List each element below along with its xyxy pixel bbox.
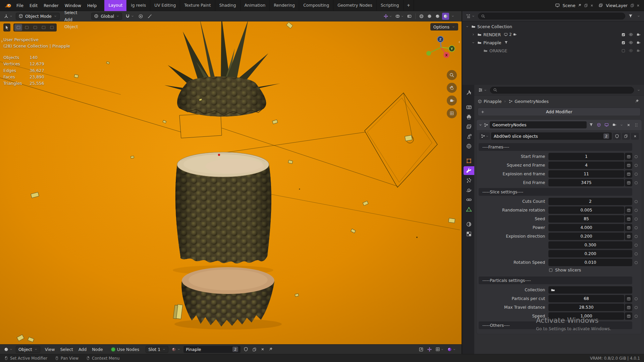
shader-editor-type-button[interactable] <box>3 346 14 353</box>
snap-toggle[interactable] <box>124 13 135 20</box>
workspace-tab-uv-editing[interactable]: UV Editing <box>150 0 180 11</box>
animate-decorator[interactable] <box>632 179 640 186</box>
add-modifier-button[interactable]: Add Modifier <box>478 108 641 116</box>
node-grid-button[interactable] <box>434 346 445 353</box>
transform-orientation-dropdown[interactable]: Global <box>91 13 122 20</box>
workspace-tab-compositing[interactable]: Compositing <box>299 0 333 11</box>
modifier-name-field[interactable]: GeometryNodes <box>490 121 587 128</box>
viewlayer-selector[interactable]: ViewLayer <box>598 3 640 8</box>
shader-type-dropdown[interactable]: Object <box>16 346 40 353</box>
hide-viewport-icon[interactable] <box>629 48 633 53</box>
workspace-tab-rendering[interactable]: Rendering <box>270 0 299 11</box>
field-particals-per-cut[interactable]: 68 <box>548 295 624 302</box>
subpanel-header-others[interactable]: -----Others---- <box>479 321 632 329</box>
shading-rendered-button[interactable] <box>442 13 449 20</box>
field-rotation-speed[interactable]: 0.010 <box>548 259 632 266</box>
node-preview-button[interactable] <box>446 346 457 353</box>
animate-decorator[interactable] <box>632 198 640 205</box>
input-attribute-toggle[interactable] <box>625 162 632 169</box>
expand-arrow[interactable] <box>471 41 476 44</box>
subpanel-header-slice-settings[interactable]: -----Slice settings---- <box>479 188 632 196</box>
workspace-tab-scripting[interactable]: Scripting <box>377 0 404 11</box>
browse-material-button[interactable] <box>170 346 181 353</box>
outliner-filter-button[interactable] <box>627 13 634 19</box>
perspective-toggle-control[interactable] <box>447 108 457 118</box>
animate-decorator[interactable] <box>632 241 640 249</box>
select-mode-subtract[interactable] <box>31 24 39 31</box>
menu-file[interactable]: File <box>13 2 26 9</box>
animate-decorator[interactable] <box>632 295 640 302</box>
shading-options-button[interactable] <box>450 13 455 19</box>
outliner-row-orange[interactable]: ORANGE <box>462 47 644 55</box>
field-squeez-end-frame[interactable]: 4 <box>548 162 624 169</box>
animate-decorator[interactable] <box>632 224 640 231</box>
expand-icon[interactable] <box>479 123 482 127</box>
menu-window[interactable]: Window <box>62 2 84 9</box>
exclude-checkbox-icon[interactable] <box>621 33 626 37</box>
animate-decorator[interactable] <box>632 312 640 320</box>
on-cage-toggle[interactable] <box>588 122 594 128</box>
input-attribute-toggle[interactable] <box>625 179 632 186</box>
pin-scene-icon[interactable] <box>578 3 582 7</box>
properties-tab-world[interactable] <box>464 142 474 150</box>
properties-tab-render[interactable] <box>464 103 474 112</box>
modifier-extras-button[interactable] <box>619 122 624 128</box>
select-mode-set[interactable] <box>14 24 22 31</box>
subpanel-header-frames[interactable]: ----Frames---- <box>479 143 632 151</box>
pin-id-button[interactable] <box>634 98 641 105</box>
show-slicers-checkbox[interactable] <box>548 268 553 273</box>
remove-viewlayer-icon[interactable] <box>636 4 640 7</box>
properties-tab-scene[interactable] <box>464 132 474 141</box>
edit-mode-toggle[interactable] <box>596 122 602 128</box>
unlink-scene-icon[interactable] <box>590 4 594 7</box>
active-tool-button[interactable] <box>3 23 10 32</box>
new-viewlayer-icon[interactable] <box>630 3 634 7</box>
field-max-travel-distance[interactable]: 28.530 <box>548 304 624 311</box>
fake-user-button[interactable] <box>243 346 249 353</box>
properties-tab-modifiers[interactable] <box>464 166 474 175</box>
unlink-material-button[interactable] <box>260 346 266 352</box>
properties-tab-view-layer[interactable] <box>464 122 474 131</box>
animate-decorator[interactable] <box>632 153 640 160</box>
select-mode-intersect[interactable] <box>48 24 56 31</box>
sidebar-toggle[interactable] <box>458 40 461 45</box>
field-explosion-direction-2[interactable]: 0.200 <box>548 250 632 257</box>
node-group-fake-user-button[interactable] <box>613 133 621 140</box>
use-nodes-checkbox[interactable]: Use Nodes <box>110 346 140 353</box>
outliner-row-render[interactable]: RENDER2 <box>462 31 644 39</box>
camera-view-control[interactable] <box>447 96 457 106</box>
properties-editor-type-button[interactable] <box>477 86 488 94</box>
frame-selected-button[interactable] <box>418 346 425 353</box>
animate-decorator[interactable] <box>632 233 640 240</box>
disable-render-icon[interactable] <box>636 33 641 37</box>
add-workspace-button[interactable]: + <box>404 0 414 11</box>
node-group-name-field[interactable]: Abd0w0 slice objects 2 <box>491 132 612 140</box>
field-cuts-count[interactable]: 2 <box>548 198 632 205</box>
select-mode-extend[interactable] <box>23 24 31 31</box>
collection-field[interactable] <box>548 286 632 294</box>
render-toggle[interactable] <box>611 122 618 128</box>
proportional-falloff-button[interactable] <box>146 13 153 20</box>
animate-decorator[interactable] <box>632 170 640 178</box>
animate-decorator[interactable] <box>632 215 640 223</box>
workspace-tab-texture-paint[interactable]: Texture Paint <box>180 0 215 11</box>
shading-material-button[interactable] <box>434 13 441 20</box>
shader-menu-view[interactable]: View <box>42 346 58 353</box>
workspace-tab-shading[interactable]: Shading <box>215 0 240 11</box>
viewport-menu-add[interactable]: Add <box>62 16 81 23</box>
input-attribute-toggle[interactable] <box>625 312 632 320</box>
properties-tab-texture[interactable] <box>464 230 474 238</box>
menu-render[interactable]: Render <box>41 2 62 9</box>
animate-decorator[interactable] <box>632 259 640 266</box>
animate-decorator[interactable] <box>632 206 640 214</box>
proportional-edit-toggle[interactable] <box>137 13 144 20</box>
editor-type-button[interactable] <box>3 13 14 20</box>
shader-menu-select[interactable]: Select <box>57 346 76 353</box>
properties-tab-tool[interactable] <box>464 88 474 97</box>
field-start-frame[interactable]: 1 <box>548 153 624 160</box>
workspace-tab-layout[interactable]: Layout <box>104 0 127 11</box>
field-power[interactable]: 4.000 <box>548 224 624 231</box>
workspace-tab-ig-reels[interactable]: ig reels <box>127 0 150 11</box>
menu-edit[interactable]: Edit <box>26 2 41 9</box>
scene-selector[interactable]: Scene <box>555 3 594 8</box>
